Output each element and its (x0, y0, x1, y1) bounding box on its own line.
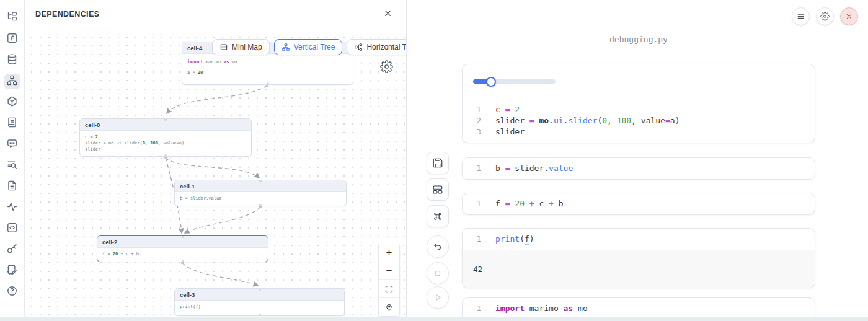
sidebar-item-secrets[interactable] (4, 242, 20, 258)
shutdown-button[interactable] (840, 7, 858, 25)
packages-icon (6, 95, 18, 110)
view-button-vertical-tree[interactable]: Vertical Tree (274, 39, 343, 55)
save-icon (432, 157, 443, 169)
line-number: 3 (463, 126, 487, 138)
notebook-cell-f-cell[interactable]: 1f = 20 + c + b (462, 193, 815, 215)
save-button[interactable] (427, 152, 449, 174)
cell-output (463, 64, 815, 99)
code-line: f = 20 + c + b (487, 198, 564, 209)
panel-title: DEPENDENCIES (35, 10, 99, 19)
zoom-out-button[interactable]: − (379, 262, 399, 280)
graph-node-header: cell-0 (80, 119, 251, 131)
datasources-icon (6, 53, 18, 68)
zoom-in-button[interactable]: + (379, 244, 399, 262)
notebook-cell-slider-cell[interactable]: 1c = 22slider = mo.ui.slider(0, 100, val… (462, 64, 815, 143)
minimap-icon (219, 43, 228, 51)
cell-code-editor[interactable]: 1f = 20 + c + b (463, 193, 815, 214)
settings-button[interactable] (816, 7, 834, 25)
bottom-strip (0, 317, 868, 321)
tracing-icon (6, 201, 18, 215)
graph-view-toggle: Mini MapVertical TreeHorizontal Tree (212, 39, 406, 55)
keyboard-shortcuts-button[interactable] (427, 205, 449, 227)
view-button-label: Mini Map (232, 43, 262, 51)
dependency-graph-canvas[interactable]: cell-4import marimo as moa = 20cell-0c =… (25, 29, 406, 317)
cell-code-editor[interactable]: 1print(f) (463, 229, 815, 250)
snippets-icon (6, 222, 18, 236)
sidebar-item-dependencies[interactable] (4, 74, 20, 89)
undo-button[interactable] (427, 235, 449, 258)
slider-thumb[interactable] (486, 77, 496, 87)
sidebar-item-scratchpad[interactable] (4, 263, 20, 279)
sidebar-item-outline-search[interactable] (4, 158, 20, 174)
graph-node-cell-0[interactable]: cell-0c = 2slider = mo.ui.slider(0, 100,… (79, 118, 252, 157)
graph-node-code: import marimo as moa = 20 (182, 54, 353, 78)
graph-node-code: c = 2slider = mo.ui.slider(0, 100, value… (80, 131, 251, 152)
chat-icon (6, 138, 18, 152)
graph-node-label: cell-1 (180, 183, 195, 190)
graph-node-header: cell-2 (97, 236, 268, 248)
gear-icon (380, 66, 393, 75)
app-layout-icon (432, 184, 443, 195)
line-number: 1 (463, 234, 487, 245)
locate-icon (384, 302, 394, 312)
app-layout-button[interactable] (427, 178, 449, 201)
sidebar-item-logs[interactable] (4, 116, 20, 131)
secrets-icon (6, 243, 18, 257)
sidebar-item-tracing[interactable] (4, 200, 20, 216)
variables-icon (6, 32, 18, 46)
graph-node-code: f = 20 + c + b (97, 248, 268, 257)
edge-cell-0-to-cell-1 (166, 157, 259, 178)
horizontal-tree-icon (354, 43, 363, 51)
edge-cell-2-to-cell-3 (182, 263, 258, 286)
notebook-cell-b-cell[interactable]: 1b = slider.value (462, 157, 815, 180)
menu-button[interactable] (792, 7, 810, 25)
sidebar-item-documentation[interactable] (4, 179, 20, 195)
line-number: 2 (463, 115, 487, 126)
locate-button[interactable] (379, 298, 399, 316)
graph-node-label: cell-4 (187, 45, 202, 51)
stop-button[interactable] (427, 262, 449, 284)
notebook-cell-print-cell[interactable]: 1print(f)42 (462, 228, 815, 288)
view-button-minimap[interactable]: Mini Map (212, 39, 270, 55)
graph-settings-button[interactable] (380, 60, 393, 75)
stop-icon (432, 268, 443, 279)
run-button[interactable] (427, 286, 449, 309)
graph-node-cell-2[interactable]: cell-2f = 20 + c + b (97, 235, 268, 262)
dependencies-icon (6, 74, 18, 89)
sidebar-item-snippets[interactable] (4, 221, 20, 237)
graph-node-label: cell-2 (102, 239, 117, 245)
cell-console-output: 42 (463, 250, 815, 288)
graph-node-label: cell-0 (85, 121, 100, 128)
cell-code-editor[interactable]: 1c = 22slider = mo.ui.slider(0, 100, val… (463, 99, 815, 143)
zoom-controls: +− (378, 244, 400, 317)
fit-view-button[interactable] (379, 280, 399, 298)
code-line: slider = mo.ui.slider(0, 100, value=a) (487, 115, 680, 126)
graph-node-label: cell-3 (180, 291, 195, 298)
file-tree-icon (6, 11, 18, 25)
close-panel-button[interactable] (382, 7, 394, 21)
keyboard-shortcuts-icon (432, 211, 443, 222)
slider-widget[interactable] (473, 77, 556, 87)
sidebar-item-help[interactable] (4, 284, 20, 300)
code-line: b = slider.value (487, 163, 573, 174)
run-icon (432, 292, 443, 303)
graph-node-header: cell-3 (175, 289, 344, 301)
graph-node-code: print(f) (175, 301, 344, 310)
line-number: 1 (463, 104, 487, 115)
sidebar-item-packages[interactable] (4, 95, 20, 110)
graph-node-cell-3[interactable]: cell-3print(f) (174, 288, 345, 316)
dependencies-panel-header: DEPENDENCIES (25, 0, 406, 29)
close-icon (844, 12, 854, 21)
vertical-tree-icon (281, 43, 290, 51)
sidebar-item-chat[interactable] (4, 137, 20, 152)
sidebar-item-file-tree[interactable] (4, 11, 20, 26)
sidebar-item-datasources[interactable] (4, 53, 20, 68)
line-number: 1 (463, 163, 487, 174)
code-line: slider (487, 126, 525, 138)
settings-icon (820, 12, 830, 21)
sidebar-item-variables[interactable] (4, 32, 20, 47)
view-button-horizontal-tree[interactable]: Horizontal Tree (347, 39, 406, 55)
cell-code-editor[interactable]: 1b = slider.value (463, 158, 815, 179)
graph-node-cell-1[interactable]: cell-1b = slider.value (174, 180, 347, 206)
code-line: c = 2 (487, 104, 520, 115)
